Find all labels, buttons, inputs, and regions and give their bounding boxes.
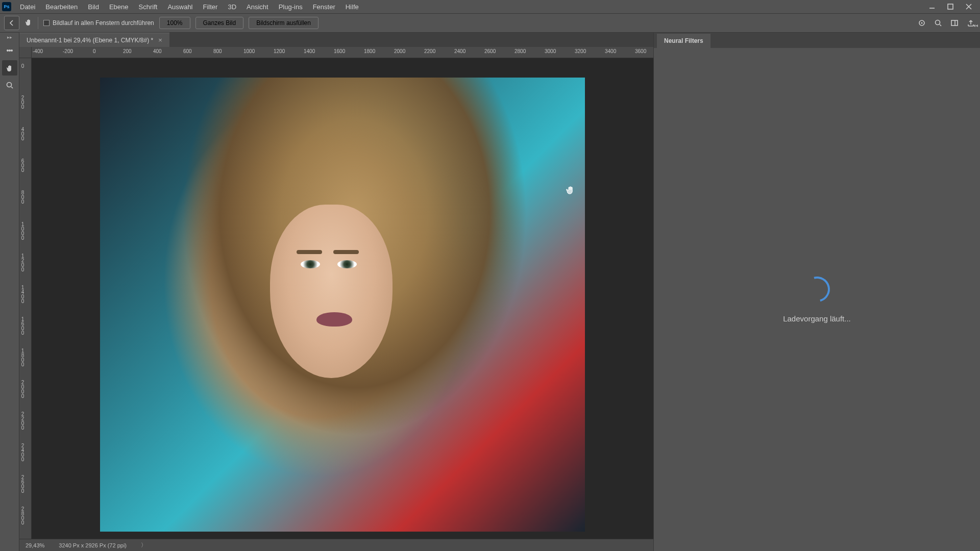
ruler-tick: 2400 (454, 48, 465, 54)
menu-filter[interactable]: Filter (199, 2, 223, 12)
svg-line-14 (11, 87, 13, 88)
hand-tool-icon (24, 18, 33, 28)
maximize-button[interactable] (941, 1, 960, 13)
hand-tool-button[interactable] (2, 60, 17, 76)
close-button[interactable] (960, 1, 978, 13)
svg-rect-1 (948, 4, 953, 9)
ruler-tick: 1200 (274, 48, 285, 54)
document-tab-title: Unbenannt-1 bei 29,4% (Ebene 1, CMYK/8#)… (27, 37, 153, 44)
hand-icon (24, 18, 33, 26)
ruler-tick: 1600 (20, 316, 24, 335)
magnifier-icon (6, 81, 14, 89)
svg-line-7 (940, 24, 941, 26)
ruler-tick: 1800 (364, 48, 375, 54)
workspace-button[interactable] (949, 18, 960, 28)
horizontal-ruler[interactable]: -400-20002004006008001000120014001600180… (32, 47, 653, 58)
image-content (316, 312, 352, 327)
minimize-button[interactable] (923, 1, 941, 13)
ruler-tick: 1600 (334, 48, 345, 54)
hand-icon (6, 64, 14, 72)
svg-point-11 (9, 50, 10, 51)
panel-body: Ladevorgang läuft... (654, 48, 980, 551)
fill-screen-button[interactable]: Bildschirm ausfüllen (249, 17, 318, 29)
ruler-tick: 2400 (20, 443, 24, 461)
maximize-icon (946, 3, 954, 11)
menu-help[interactable]: Hilfe (341, 2, 363, 12)
image-content (337, 260, 357, 268)
status-flyout-button[interactable]: 〉 (141, 541, 146, 549)
ruler-tick: -400 (33, 48, 43, 54)
options-right-group (917, 18, 976, 28)
neural-filters-tab[interactable]: Neural Filters (657, 34, 710, 48)
canvas-image (100, 78, 585, 532)
menu-image[interactable]: Bild (83, 2, 104, 12)
cloud-sync-button[interactable] (917, 18, 927, 28)
document-tab[interactable]: Unbenannt-1 bei 29,4% (Ebene 1, CMYK/8#)… (19, 33, 169, 47)
ruler-tick: 600 (183, 48, 192, 54)
collapse-panels-button[interactable]: ◂◂ (973, 22, 978, 28)
fit-screen-button[interactable]: Ganzes Bild (195, 17, 244, 29)
ruler-tick: 2000 (20, 380, 24, 398)
menu-file[interactable]: Datei (15, 2, 40, 12)
menu-edit[interactable]: Bearbeiten (41, 2, 82, 12)
loading-text: Ladevorgang läuft... (783, 314, 851, 323)
image-content (297, 250, 322, 254)
ruler-tick: 2200 (424, 48, 435, 54)
ruler-tick: 1000 (243, 48, 255, 54)
ruler-tick: 400 (153, 48, 162, 54)
edit-toolbar-button[interactable] (2, 43, 17, 58)
ruler-tick: 2600 (484, 48, 496, 54)
ruler-tick: 1200 (20, 253, 24, 271)
status-dimensions: 3240 Px x 2926 Px (72 ppi) (59, 542, 127, 548)
ellipsis-icon (6, 46, 14, 55)
main-area: ▸▸ Unbenannt-1 bei 29,4% (Ebene 1, CMYK/… (0, 33, 980, 551)
menu-bar: Datei Bearbeiten Bild Ebene Schrift Ausw… (15, 2, 363, 12)
image-content (270, 205, 393, 378)
ruler-tick: 1000 (20, 221, 24, 240)
menu-select[interactable]: Auswahl (163, 2, 197, 12)
zoom-100-button[interactable]: 100% (159, 17, 190, 29)
document-tab-bar: Unbenannt-1 bei 29,4% (Ebene 1, CMYK/8#)… (19, 33, 653, 47)
close-icon (965, 3, 973, 11)
title-bar: Ps Datei Bearbeiten Bild Ebene Schrift A… (0, 0, 980, 13)
ruler-tick: 1800 (20, 348, 24, 366)
ruler-tick: 2000 (394, 48, 405, 54)
panel-tab-bar: Neural Filters (654, 33, 980, 48)
scroll-all-windows-label: Bildlauf in allen Fenstern durchführen (53, 19, 154, 27)
scroll-all-windows-checkbox[interactable]: Bildlauf in allen Fenstern durchführen (43, 19, 154, 27)
image-content (301, 260, 320, 268)
app-icon: Ps (2, 2, 11, 11)
image-content (333, 250, 359, 254)
ruler-tick: 200 (20, 95, 24, 109)
ruler-tick: 2800 (20, 506, 24, 524)
search-button[interactable] (933, 18, 943, 28)
svg-point-12 (11, 50, 12, 51)
menu-view[interactable]: Ansicht (242, 2, 273, 12)
menu-type[interactable]: Schrift (134, 2, 162, 12)
svg-rect-8 (951, 20, 958, 26)
zoom-tool-button[interactable] (2, 78, 17, 93)
menu-plugins[interactable]: Plug-ins (274, 2, 307, 12)
ruler-tick: 2600 (20, 474, 24, 493)
home-button[interactable] (4, 16, 19, 30)
menu-window[interactable]: Fenster (308, 2, 340, 12)
ruler-tick: 2200 (20, 411, 24, 430)
ruler-tick: 0 (20, 63, 24, 68)
ruler-tick: 3400 (605, 48, 616, 54)
tools-expand-button[interactable]: ▸▸ (7, 35, 12, 40)
ruler-origin[interactable] (19, 47, 32, 58)
menu-3d[interactable]: 3D (223, 2, 241, 12)
target-icon (918, 19, 926, 27)
status-zoom[interactable]: 29,43% (26, 542, 44, 548)
menu-layer[interactable]: Ebene (105, 2, 133, 12)
chevron-left-icon (8, 19, 16, 27)
svg-point-10 (7, 50, 8, 51)
canvas-viewport[interactable] (32, 58, 653, 551)
status-bar: 29,43% 3240 Px x 2926 Px (72 ppi) 〉 (19, 539, 653, 551)
document-tab-close-button[interactable]: × (158, 36, 162, 44)
vertical-ruler[interactable]: 0200400600800100012001400160018002000220… (19, 58, 32, 551)
loading-spinner-icon (799, 271, 834, 306)
tools-panel: ▸▸ (0, 33, 19, 551)
checkbox-icon (43, 20, 50, 26)
separator (38, 17, 38, 29)
